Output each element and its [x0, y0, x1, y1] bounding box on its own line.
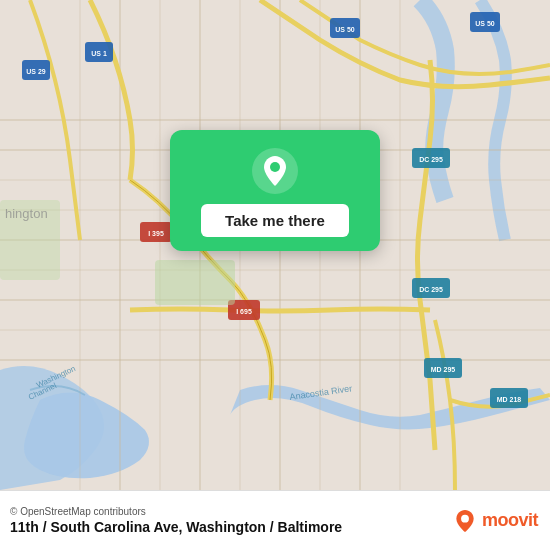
svg-text:US 50: US 50 — [475, 20, 495, 27]
svg-text:DC 295: DC 295 — [419, 156, 443, 163]
location-pin-icon — [252, 148, 298, 194]
svg-text:I 395: I 395 — [148, 230, 164, 237]
svg-point-46 — [270, 162, 280, 172]
svg-text:US 50: US 50 — [335, 26, 355, 33]
svg-text:I 695: I 695 — [236, 308, 252, 315]
moovit-logo: moovit — [454, 510, 538, 532]
location-card: Take me there — [170, 130, 380, 251]
location-label: 11th / South Carolina Ave, Washington / … — [10, 519, 342, 535]
svg-text:DC 295: DC 295 — [419, 286, 443, 293]
bottom-bar: © OpenStreetMap contributors 11th / Sout… — [0, 490, 550, 550]
moovit-pin-icon — [454, 510, 476, 532]
osm-credit: © OpenStreetMap contributors — [10, 506, 342, 517]
map-container: US 29 US 1 US 50 US 50 I 395 I 695 DC 29… — [0, 0, 550, 490]
svg-text:US 1: US 1 — [91, 50, 107, 57]
svg-text:MD 218: MD 218 — [497, 396, 522, 403]
moovit-text: moovit — [482, 510, 538, 531]
svg-text:MD 295: MD 295 — [431, 366, 456, 373]
bottom-left: © OpenStreetMap contributors 11th / Sout… — [10, 506, 342, 535]
take-me-there-button[interactable]: Take me there — [201, 204, 349, 237]
svg-rect-42 — [155, 260, 235, 305]
svg-text:US 29: US 29 — [26, 68, 46, 75]
svg-point-47 — [461, 514, 469, 522]
svg-text:hington: hington — [5, 206, 48, 221]
